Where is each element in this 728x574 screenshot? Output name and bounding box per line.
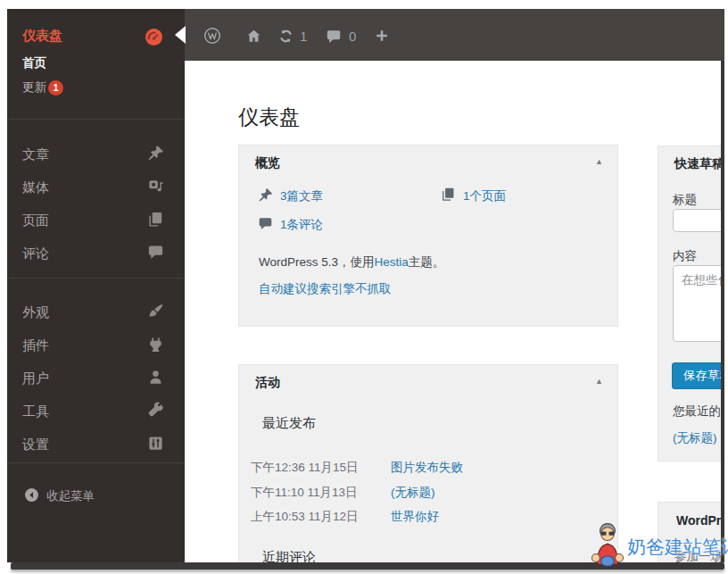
user-icon (147, 369, 164, 386)
posts-count-link[interactable]: 3篇文章 (280, 188, 323, 204)
page-title: 仪表盘 (238, 104, 300, 131)
updates-count-badge: 1 (48, 80, 63, 96)
sidebar-item-appearance[interactable]: 外观 (22, 304, 49, 321)
quick-draft-box: 快速草稿 标题 内容 保存草稿 您最近的草稿 (无标题) (658, 146, 724, 462)
collapse-arrow-circle-icon[interactable] (24, 487, 39, 503)
activity-row-title-link[interactable]: 图片发布失败 (391, 460, 463, 476)
collapse-toggle-icon[interactable]: ▲ (595, 157, 603, 166)
version-text-suffix: 主题。 (409, 255, 445, 269)
pushpin-icon (147, 145, 164, 162)
sidebar-item-dashboard[interactable]: 仪表盘 (22, 27, 62, 45)
media-icon (147, 178, 164, 195)
comments-count-link[interactable]: 1条评论 (280, 217, 323, 233)
paintbrush-icon (147, 303, 164, 320)
wordpress-logo-icon[interactable] (203, 27, 221, 45)
collapse-toggle-icon[interactable]: ▲ (595, 377, 603, 386)
pages-count-link[interactable]: 1个页面 (463, 188, 506, 204)
sidebar-item-pages[interactable]: 页面 (22, 212, 49, 229)
comment-bubble-icon (147, 244, 164, 261)
search-engine-notice-link[interactable]: 自动建议搜索引擎不抓取 (259, 281, 392, 297)
events-text: 参加一场离您近的活动。 (674, 549, 724, 562)
activity-row-title-link[interactable]: (无标题) (391, 485, 435, 501)
main-content: 仪表盘 概览 ▲ 3篇文章 1个页面 1条评论 WordPress 5.3，使用… (185, 61, 724, 562)
sidebar-item-tools[interactable]: 工具 (22, 403, 49, 420)
settings-sliders-icon (147, 435, 164, 452)
pushpin-icon (258, 187, 273, 203)
sidebar-item-posts[interactable]: 文章 (22, 146, 49, 163)
quick-draft-title: 快速草稿 (674, 156, 724, 172)
theme-link[interactable]: Hestia (375, 255, 409, 269)
admin-topbar: 1 0 (185, 9, 724, 61)
draft-content-label: 内容 (673, 248, 697, 264)
draft-title-input[interactable] (673, 209, 724, 232)
sidebar-divider (7, 462, 185, 463)
sidebar-divider (7, 119, 185, 120)
pages-icon (441, 187, 456, 202)
draft-title-label: 标题 (673, 192, 697, 208)
sidebar-item-updates[interactable]: 更新 (22, 79, 46, 96)
recently-published-heading: 最近发布 (262, 415, 316, 432)
activity-row-time: 下午11:10 11月13日 (251, 486, 358, 499)
activity-row: 下午11:10 11月13日 (无标题) (251, 485, 358, 501)
comments-icon[interactable] (326, 29, 342, 45)
recent-comments-heading: 近期评论 (262, 549, 316, 562)
activity-row: 下午12:36 11月15日 图片发布失败 (251, 460, 359, 476)
activity-box: 活动 ▲ 最近发布 下午12:36 11月15日 图片发布失败 下午11:10 … (238, 364, 618, 562)
recent-drafts-heading: 您最近的草稿 (673, 403, 724, 420)
home-icon[interactable] (245, 28, 262, 45)
wrench-icon (147, 402, 164, 419)
window-bottom-edge (11, 562, 724, 570)
sidebar-item-comments[interactable]: 评论 (22, 245, 49, 262)
sidebar-item-home[interactable]: 首页 (22, 55, 46, 71)
comments-count: 0 (349, 28, 356, 46)
events-box-title: WordPress活动及新闻 (676, 513, 724, 529)
pages-icon (147, 211, 164, 228)
sidebar-divider (7, 278, 185, 279)
activity-row-time: 上午10:53 11月12日 (251, 510, 359, 523)
dashboard-gauge-icon (145, 28, 163, 46)
activity-row-time: 下午12:36 11月15日 (251, 461, 359, 474)
save-draft-button[interactable]: 保存草稿 (672, 362, 724, 389)
admin-sidebar: 仪表盘 首页 更新 1 文章 媒体 页面 评论 外观 插件 (7, 9, 185, 562)
glance-box-title: 概览 (255, 155, 280, 171)
sidebar-item-settings[interactable]: 设置 (22, 436, 49, 453)
pointer-arrow-icon (175, 26, 186, 44)
new-content-plus-icon[interactable] (374, 28, 390, 44)
comment-bubble-icon (258, 216, 273, 231)
updates-icon[interactable] (277, 28, 294, 45)
recent-draft-link[interactable]: (无标题) (673, 430, 717, 446)
window-right-edge (721, 61, 724, 562)
draft-content-textarea[interactable] (673, 265, 724, 342)
collapse-menu-button[interactable]: 收起菜单 (46, 488, 95, 504)
glance-box: 概览 ▲ 3篇文章 1个页面 1条评论 WordPress 5.3，使用Hest… (238, 145, 618, 327)
sidebar-item-users[interactable]: 用户 (22, 370, 49, 387)
events-news-box: WordPress活动及新闻 参加一场离您近的活动。 (658, 502, 724, 562)
activity-row-title-link[interactable]: 世界你好 (391, 509, 439, 525)
plug-icon (147, 336, 164, 353)
sidebar-item-media[interactable]: 媒体 (22, 179, 49, 196)
version-text: WordPress 5.3，使用 (259, 255, 375, 269)
wordpress-admin-screenshot: 仪表盘 首页 更新 1 文章 媒体 页面 评论 外观 插件 (0, 0, 728, 574)
sidebar-item-plugins[interactable]: 插件 (22, 337, 49, 354)
activity-row: 上午10:53 11月12日 世界你好 (251, 509, 359, 525)
version-line: WordPress 5.3，使用Hestia主题。 (259, 254, 444, 270)
activity-box-title: 活动 (255, 375, 280, 391)
updates-count: 1 (300, 28, 307, 46)
